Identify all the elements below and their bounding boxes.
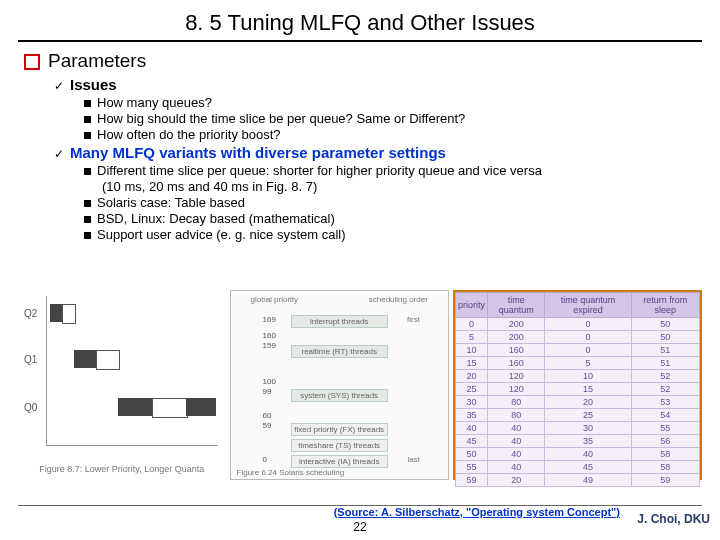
priority-table: priority time quantum time quantum expir… xyxy=(455,292,700,487)
solaris-label-gp: global priority xyxy=(251,295,299,304)
solaris-band: interrupt threads xyxy=(291,315,388,328)
table-cell: 80 xyxy=(487,409,544,422)
figure-row: Q2 Q1 Q0 Figure 8.7: Lower Priority, Lon… xyxy=(18,290,702,480)
source-citation: (Source: A. Silberschatz, "Operating sys… xyxy=(334,506,620,518)
table-cell: 45 xyxy=(545,461,631,474)
gantt-axis-x xyxy=(46,445,218,446)
table-cell: 55 xyxy=(631,422,699,435)
table-cell: 58 xyxy=(631,448,699,461)
issue-text-2: How often do the priority boost? xyxy=(97,127,281,142)
table-row: 251201552 xyxy=(455,383,699,396)
solaris-caption: Figure 6.24 Solaris scheduling xyxy=(237,468,345,477)
table-cell: 50 xyxy=(455,448,487,461)
table-cell: 5 xyxy=(455,331,487,344)
table-row: 40403055 xyxy=(455,422,699,435)
gantt-block xyxy=(50,304,62,322)
gantt-block xyxy=(74,350,96,368)
table-cell: 35 xyxy=(455,409,487,422)
table-cell: 53 xyxy=(631,396,699,409)
gantt-block xyxy=(118,398,152,416)
gantt-label-q1: Q1 xyxy=(24,354,37,365)
table-cell: 50 xyxy=(631,331,699,344)
table-cell: 20 xyxy=(487,474,544,487)
solaris-band: timeshare (TS) threads xyxy=(291,439,388,452)
table-cell: 40 xyxy=(487,448,544,461)
table-cell: 51 xyxy=(631,344,699,357)
table-cell: 0 xyxy=(545,318,631,331)
solaris-last: last xyxy=(407,455,419,464)
issue-item-0: How many queues? xyxy=(84,95,696,110)
subheading-issues: ✓Issues xyxy=(54,76,696,93)
table-cell: 10 xyxy=(455,344,487,357)
table-body: 0200050520005010160051151605512012010522… xyxy=(455,318,699,487)
table-cell: 120 xyxy=(487,370,544,383)
issue-item-2: How often do the priority boost? xyxy=(84,127,696,142)
variant-text-0b: (10 ms, 20 ms and 40 ms in Fig. 8. 7) xyxy=(102,179,317,194)
figure-solaris: global priority scheduling order 169 160… xyxy=(230,290,449,480)
table-cell: 0 xyxy=(545,331,631,344)
square-icon xyxy=(84,200,91,207)
table-cell: 40 xyxy=(545,448,631,461)
figure-table: priority time quantum time quantum expir… xyxy=(453,290,702,480)
table-cell: 58 xyxy=(631,461,699,474)
table-cell: 56 xyxy=(631,435,699,448)
solaris-band: interactive (IA) threads xyxy=(291,455,388,468)
table-row: 15160551 xyxy=(455,357,699,370)
table-cell: 160 xyxy=(487,344,544,357)
square-icon xyxy=(84,132,91,139)
solaris-label-so: scheduling order xyxy=(369,295,428,304)
table-cell: 40 xyxy=(455,422,487,435)
table-row: 59204959 xyxy=(455,474,699,487)
table-row: 55404558 xyxy=(455,461,699,474)
table-cell: 0 xyxy=(545,344,631,357)
table-cell: 40 xyxy=(487,422,544,435)
variant-item-0b: (10 ms, 20 ms and 40 ms in Fig. 8. 7) xyxy=(102,179,696,194)
table-row: 10160051 xyxy=(455,344,699,357)
square-icon xyxy=(84,100,91,107)
table-cell: 45 xyxy=(455,435,487,448)
table-row: 45403556 xyxy=(455,435,699,448)
gantt-label-q0: Q0 xyxy=(24,402,37,413)
solaris-first: first xyxy=(407,315,420,324)
slide-title: 8. 5 Tuning MLFQ and Other Issues xyxy=(0,0,720,40)
table-cell: 30 xyxy=(545,422,631,435)
table-cell: 200 xyxy=(487,318,544,331)
table-cell: 200 xyxy=(487,331,544,344)
table-header-row: priority time quantum time quantum expir… xyxy=(455,293,699,318)
gantt-block xyxy=(62,304,76,324)
check-icon: ✓ xyxy=(54,79,66,93)
subheading-issues-text: Issues xyxy=(70,76,117,93)
gantt-block xyxy=(186,398,216,416)
square-icon xyxy=(84,116,91,123)
table-cell: 5 xyxy=(545,357,631,370)
solaris-tick: 0 xyxy=(263,455,267,464)
solaris-tick: 60 xyxy=(263,411,272,420)
table-row: 5200050 xyxy=(455,331,699,344)
table-cell: 55 xyxy=(455,461,487,474)
page-number: 22 xyxy=(0,520,720,534)
table-cell: 51 xyxy=(631,357,699,370)
gantt-axis-y xyxy=(46,296,47,446)
solaris-tick: 100 xyxy=(263,377,276,386)
th-return: return from sleep xyxy=(631,293,699,318)
table-cell: 25 xyxy=(455,383,487,396)
table-cell: 59 xyxy=(631,474,699,487)
check-icon: ✓ xyxy=(54,147,66,161)
title-rule xyxy=(18,40,702,42)
gantt-label-q2: Q2 xyxy=(24,308,37,319)
variant-item-2: BSD, Linux: Decay based (mathematical) xyxy=(84,211,696,226)
issue-item-1: How big should the time slice be per que… xyxy=(84,111,696,126)
table-row: 0200050 xyxy=(455,318,699,331)
table-cell: 15 xyxy=(545,383,631,396)
figure-gantt: Q2 Q1 Q0 Figure 8.7: Lower Priority, Lon… xyxy=(18,290,226,480)
table-cell: 80 xyxy=(487,396,544,409)
gantt-caption: Figure 8.7: Lower Priority, Longer Quant… xyxy=(18,464,226,474)
th-quantum: time quantum xyxy=(487,293,544,318)
variant-item-0: Different time slice per queue: shorter … xyxy=(84,163,696,178)
table-cell: 52 xyxy=(631,370,699,383)
content-area: Parameters ✓Issues How many queues? How … xyxy=(0,50,720,242)
variant-text-1: Solaris case: Table based xyxy=(97,195,245,210)
table-row: 30802053 xyxy=(455,396,699,409)
table-cell: 160 xyxy=(487,357,544,370)
solaris-tick: 169 xyxy=(263,315,276,324)
